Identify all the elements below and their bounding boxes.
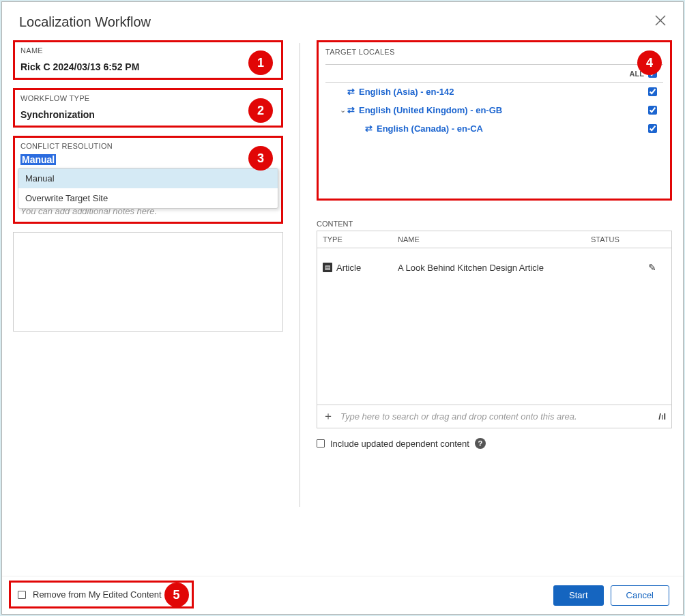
- notes-textarea[interactable]: [13, 232, 283, 332]
- dependent-content-label: Include updated dependent content: [330, 439, 469, 449]
- column-separator: [300, 43, 300, 507]
- bars-icon[interactable]: /ıl: [658, 411, 666, 422]
- workflow-type-panel: 2 WORKFLOW TYPE Synchronization: [13, 88, 283, 128]
- modal-body[interactable]: 1 NAME Rick C 2024/03/13 6:52 PM 2 WORKF…: [9, 36, 676, 570]
- dropdown-option-manual[interactable]: Manual: [18, 168, 278, 188]
- target-locales-label: TARGET LOCALES: [325, 48, 663, 56]
- table-body: ▤ Article A Look Behind Kitchen Design A…: [317, 248, 671, 405]
- content-table: TYPE NAME STATUS ▤ Article A Look Behind…: [317, 231, 672, 428]
- locale-name: English (United Kingdom) - en-GB: [359, 105, 645, 115]
- sync-icon: ⇄: [347, 105, 355, 115]
- content-name: A Look Behind Kitchen Design Article: [398, 263, 591, 273]
- table-footer: ＋ Type here to search or drag and drop c…: [317, 405, 671, 428]
- name-panel: 1 NAME Rick C 2024/03/13 6:52 PM: [13, 40, 283, 80]
- locale-name: English (Asia) - en-142: [359, 87, 645, 97]
- dependent-content-checkbox[interactable]: [317, 439, 325, 448]
- expander-icon[interactable]: ⌄: [338, 106, 347, 115]
- locales-select-all: ALL: [325, 64, 663, 83]
- edit-icon[interactable]: ✎: [648, 262, 656, 273]
- th-actions: [639, 235, 666, 244]
- table-row[interactable]: ▤ Article A Look Behind Kitchen Design A…: [317, 248, 671, 287]
- locale-checkbox[interactable]: [648, 87, 657, 96]
- locale-name: English (Canada) - en-CA: [377, 123, 645, 134]
- locale-row[interactable]: ⌄ ⇄ English (United Kingdom) - en-GB: [325, 101, 663, 119]
- dependent-content-row: Include updated dependent content ?: [317, 438, 672, 449]
- locale-checkbox[interactable]: [648, 124, 657, 133]
- localization-workflow-modal: Localization Workflow 1 NAME Rick C 2024…: [1, 1, 684, 615]
- th-type: TYPE: [323, 235, 398, 244]
- sync-icon: ⇄: [365, 123, 373, 134]
- annotation-marker-2: 2: [248, 98, 273, 123]
- locale-checkbox[interactable]: [648, 106, 657, 115]
- help-icon[interactable]: ?: [475, 438, 486, 449]
- annotation-marker-3: 3: [248, 146, 273, 171]
- conflict-resolution-select[interactable]: Manual: [20, 154, 56, 165]
- annotation-marker-4: 4: [637, 50, 662, 75]
- annotation-marker-1: 1: [248, 50, 273, 75]
- locale-row[interactable]: ⇄ English (Canada) - en-CA: [325, 119, 663, 138]
- modal-footer: Start Cancel: [2, 576, 683, 614]
- close-icon[interactable]: [654, 14, 667, 30]
- workflow-type-label: WORKFLOW TYPE: [20, 94, 276, 102]
- dropdown-option-overwrite[interactable]: Overwrite Target Site: [18, 188, 278, 208]
- add-content-button[interactable]: ＋: [323, 409, 334, 424]
- sync-icon: ⇄: [347, 87, 355, 97]
- target-locales-panel: 4 TARGET LOCALES ALL ⇄ English (Asia) - …: [317, 40, 672, 201]
- content-search-input[interactable]: Type here to search or drag and drop con…: [340, 411, 658, 422]
- locale-row[interactable]: ⇄ English (Asia) - en-142: [325, 83, 663, 101]
- start-button[interactable]: Start: [553, 585, 603, 606]
- annotation-marker-5: 5: [164, 583, 189, 607]
- name-value[interactable]: Rick C 2024/03/13 6:52 PM: [20, 61, 276, 72]
- cancel-button[interactable]: Cancel: [611, 585, 669, 606]
- content-type: Article: [336, 263, 361, 273]
- article-icon: ▤: [323, 263, 332, 272]
- th-status: STATUS: [591, 235, 639, 244]
- conflict-resolution-label: CONFLICT RESOLUTION: [20, 142, 276, 150]
- content-label: CONTENT: [317, 220, 672, 228]
- conflict-resolution-panel: 3 CONFLICT RESOLUTION Manual Manual Over…: [13, 136, 283, 224]
- name-label: NAME: [20, 46, 276, 55]
- modal-title: Localization Workflow: [19, 14, 151, 30]
- table-header: TYPE NAME STATUS: [317, 231, 671, 248]
- th-name: NAME: [398, 235, 591, 244]
- conflict-resolution-dropdown: Manual Overwrite Target Site: [18, 168, 278, 209]
- workflow-type-value[interactable]: Synchronization: [20, 109, 276, 120]
